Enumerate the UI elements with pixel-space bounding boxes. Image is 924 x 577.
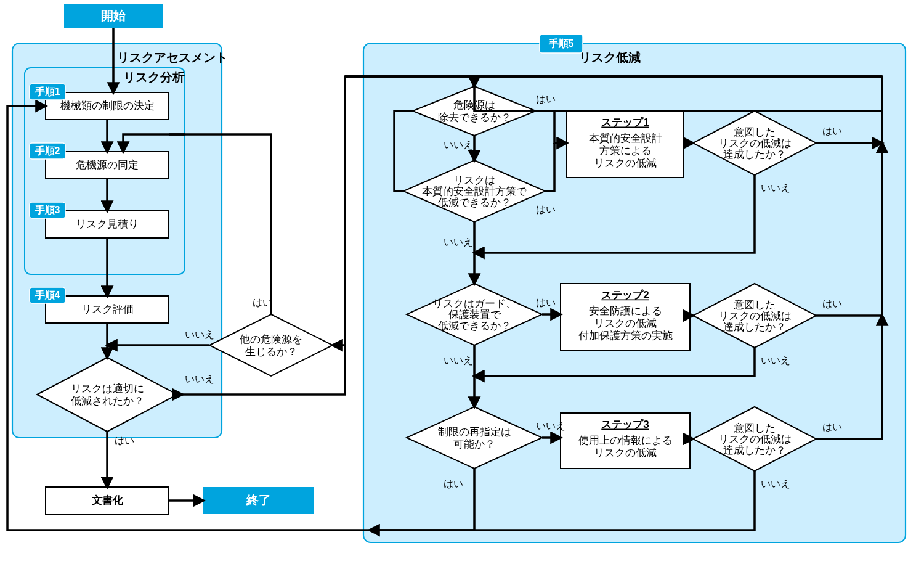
svg-text:ステップ2: ステップ2 — [601, 289, 649, 301]
svg-text:リスクの低減: リスクの低減 — [594, 447, 657, 459]
svg-text:機械類の制限の決定: 機械類の制限の決定 — [60, 100, 155, 112]
terminal-end: 終了 — [203, 487, 314, 514]
lbl-a2-yes: はい — [822, 298, 842, 309]
svg-text:リスク見積り: リスク見積り — [76, 218, 139, 230]
lbl-relim-no: いいえ — [536, 420, 565, 431]
svg-text:終了: 終了 — [246, 493, 271, 507]
svg-text:リスクはガード、: リスクはガード、 — [432, 298, 516, 309]
svg-text:安全防護による: 安全防護による — [589, 305, 662, 317]
svg-text:手順3: 手順3 — [34, 205, 60, 216]
svg-text:リスクの低減: リスクの低減 — [594, 317, 657, 329]
lbl-remove-no: いいえ — [444, 139, 473, 150]
dec-other-hazard: 他の危険源を 生じるか？ — [209, 314, 333, 376]
svg-text:意図した: 意図した — [733, 299, 776, 311]
proc-doc: 文書化 — [46, 487, 169, 514]
step-2: ステップ2 安全防護による リスクの低減 付加保護方策の実施 — [561, 284, 690, 350]
svg-text:危機源の同定: 危機源の同定 — [76, 159, 139, 171]
lbl-a1-yes: はい — [822, 126, 842, 136]
svg-text:手順4: 手順4 — [34, 290, 60, 301]
svg-text:意図した: 意図した — [733, 126, 776, 138]
group-reduction-title: リスク低減 — [579, 51, 641, 64]
svg-text:低減できるか？: 低減できるか？ — [438, 320, 511, 332]
svg-text:意図した: 意図した — [733, 422, 776, 434]
svg-text:リスクの低減: リスクの低減 — [594, 157, 657, 169]
svg-text:ステップ1: ステップ1 — [601, 117, 649, 128]
step-1: ステップ1 本質的安全設計 方策による リスクの低減 — [567, 111, 684, 178]
lbl-reduced-no: いいえ — [185, 374, 214, 384]
lbl-remove-yes: はい — [536, 94, 556, 104]
svg-text:低減できるか？: 低減できるか？ — [438, 197, 511, 208]
svg-text:リスクは適切に: リスクは適切に — [71, 383, 144, 395]
svg-text:本質的安全設計: 本質的安全設計 — [589, 133, 662, 144]
svg-text:可能か？: 可能か？ — [453, 438, 495, 450]
svg-text:ステップ3: ステップ3 — [601, 419, 649, 430]
lbl-a2-no: いいえ — [761, 355, 790, 366]
svg-text:達成したか？: 達成したか？ — [723, 321, 786, 333]
svg-text:リスクの低減は: リスクの低減は — [718, 310, 792, 322]
lbl-inh-yes: はい — [536, 204, 556, 215]
svg-text:手順2: 手順2 — [34, 145, 60, 157]
svg-text:リスクの低減は: リスクの低減は — [718, 137, 792, 149]
svg-text:除去できるか？: 除去できるか？ — [438, 112, 511, 123]
svg-text:付加保護方策の実施: 付加保護方策の実施 — [578, 330, 673, 342]
svg-text:達成したか？: 達成したか？ — [723, 444, 786, 456]
svg-text:使用上の情報による: 使用上の情報による — [578, 435, 673, 446]
step-3: ステップ3 使用上の情報による リスクの低減 — [561, 413, 690, 469]
lbl-other-no: いいえ — [185, 329, 214, 340]
lbl-inh-no: いいえ — [444, 237, 473, 247]
svg-text:リスク評価: リスク評価 — [81, 303, 134, 315]
svg-text:方策による: 方策による — [599, 145, 652, 157]
svg-text:他の危険源を: 他の危険源を — [240, 334, 302, 345]
lbl-relim-yes: はい — [444, 478, 463, 489]
svg-text:制限の再指定は: 制限の再指定は — [438, 426, 511, 438]
group-analysis-title: リスク分析 — [123, 70, 185, 84]
svg-text:リスクの低減は: リスクの低減は — [718, 433, 792, 445]
svg-text:達成したか？: 達成したか？ — [723, 149, 786, 160]
lbl-a3-no: いいえ — [761, 478, 790, 489]
svg-text:開始: 開始 — [101, 9, 126, 22]
svg-text:生じるか？: 生じるか？ — [245, 346, 298, 358]
svg-text:文書化: 文書化 — [91, 494, 124, 506]
terminal-start: 開始 — [64, 4, 163, 28]
lbl-other-yes: はい — [253, 297, 272, 308]
group-assessment-title: リスクアセスメント — [117, 51, 228, 64]
lbl-a1-no: いいえ — [761, 182, 790, 193]
svg-text:低減されたか？: 低減されたか？ — [71, 395, 144, 407]
svg-text:リスクは: リスクは — [453, 174, 495, 186]
lbl-reduced-yes: はい — [115, 435, 134, 446]
lbl-a3-yes: はい — [822, 422, 842, 432]
lbl-guard-yes: はい — [536, 297, 556, 308]
badge-p5: 手順5 — [548, 38, 574, 49]
lbl-guard-no: いいえ — [444, 355, 473, 366]
svg-text:本質的安全設計方策で: 本質的安全設計方策で — [422, 186, 527, 197]
svg-text:保護装置で: 保護装置で — [448, 309, 501, 321]
svg-text:手順1: 手順1 — [34, 86, 60, 97]
